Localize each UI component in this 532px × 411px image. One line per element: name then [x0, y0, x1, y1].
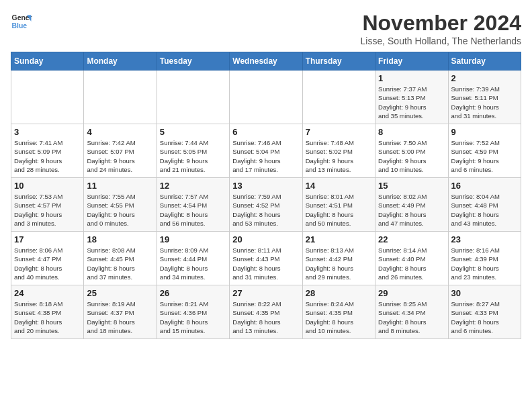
day-info: Sunrise: 8:16 AM Sunset: 4:39 PM Dayligh…: [451, 246, 518, 281]
calendar-cell: 5Sunrise: 7:44 AM Sunset: 5:05 PM Daylig…: [157, 124, 229, 178]
day-info: Sunrise: 8:25 AM Sunset: 4:34 PM Dayligh…: [378, 300, 445, 335]
calendar-cell: 17Sunrise: 8:06 AM Sunset: 4:47 PM Dayli…: [11, 232, 84, 285]
calendar-cell: [302, 71, 375, 124]
day-info: Sunrise: 8:13 AM Sunset: 4:42 PM Dayligh…: [306, 246, 372, 281]
calendar-header-cell: Friday: [375, 52, 448, 71]
calendar-cell: 10Sunrise: 7:53 AM Sunset: 4:57 PM Dayli…: [11, 178, 84, 232]
day-info: Sunrise: 7:41 AM Sunset: 5:09 PM Dayligh…: [14, 138, 81, 174]
calendar-cell: 7Sunrise: 7:48 AM Sunset: 5:02 PM Daylig…: [302, 124, 375, 178]
day-info: Sunrise: 8:14 AM Sunset: 4:40 PM Dayligh…: [378, 246, 445, 281]
calendar-week-row: 17Sunrise: 8:06 AM Sunset: 4:47 PM Dayli…: [11, 232, 521, 285]
day-info: Sunrise: 7:57 AM Sunset: 4:54 PM Dayligh…: [160, 192, 226, 228]
calendar-week-row: 10Sunrise: 7:53 AM Sunset: 4:57 PM Dayli…: [11, 178, 521, 232]
day-number: 6: [232, 127, 299, 137]
calendar-cell: 4Sunrise: 7:42 AM Sunset: 5:07 PM Daylig…: [84, 124, 157, 178]
calendar-cell: 25Sunrise: 8:19 AM Sunset: 4:37 PM Dayli…: [84, 285, 157, 339]
calendar-cell: 6Sunrise: 7:46 AM Sunset: 5:04 PM Daylig…: [230, 124, 302, 178]
calendar-header-row: SundayMondayTuesdayWednesdayThursdayFrid…: [11, 52, 521, 71]
day-info: Sunrise: 8:24 AM Sunset: 4:35 PM Dayligh…: [306, 300, 372, 335]
day-info: Sunrise: 7:48 AM Sunset: 5:02 PM Dayligh…: [306, 138, 372, 174]
day-info: Sunrise: 7:50 AM Sunset: 5:00 PM Dayligh…: [378, 138, 445, 174]
calendar-cell: [84, 71, 157, 124]
logo: General Blue: [11, 11, 32, 32]
calendar-cell: [230, 71, 302, 124]
day-number: 22: [378, 234, 445, 244]
calendar-header-cell: Wednesday: [230, 52, 302, 71]
day-number: 15: [378, 181, 445, 191]
day-number: 28: [306, 288, 372, 298]
day-number: 1: [378, 73, 445, 83]
calendar-cell: 8Sunrise: 7:50 AM Sunset: 5:00 PM Daylig…: [375, 124, 448, 178]
day-info: Sunrise: 8:22 AM Sunset: 4:35 PM Dayligh…: [232, 300, 299, 335]
day-info: Sunrise: 7:39 AM Sunset: 5:11 PM Dayligh…: [451, 85, 518, 120]
calendar-header-cell: Tuesday: [157, 52, 229, 71]
day-number: 2: [451, 73, 518, 83]
calendar-cell: 9Sunrise: 7:52 AM Sunset: 4:59 PM Daylig…: [448, 124, 521, 178]
calendar-cell: 22Sunrise: 8:14 AM Sunset: 4:40 PM Dayli…: [375, 232, 448, 285]
day-number: 26: [160, 288, 226, 298]
day-number: 10: [14, 181, 81, 191]
calendar-cell: 3Sunrise: 7:41 AM Sunset: 5:09 PM Daylig…: [11, 124, 84, 178]
day-info: Sunrise: 8:09 AM Sunset: 4:44 PM Dayligh…: [160, 246, 226, 281]
day-number: 9: [451, 127, 518, 137]
day-info: Sunrise: 8:19 AM Sunset: 4:37 PM Dayligh…: [87, 300, 153, 335]
calendar-cell: 29Sunrise: 8:25 AM Sunset: 4:34 PM Dayli…: [375, 285, 448, 339]
calendar-cell: 24Sunrise: 8:18 AM Sunset: 4:38 PM Dayli…: [11, 285, 84, 339]
calendar-cell: 18Sunrise: 8:08 AM Sunset: 4:45 PM Dayli…: [84, 232, 157, 285]
calendar-header-cell: Saturday: [448, 52, 521, 71]
calendar-header-cell: Thursday: [302, 52, 375, 71]
day-info: Sunrise: 7:37 AM Sunset: 5:13 PM Dayligh…: [378, 85, 445, 120]
day-info: Sunrise: 8:18 AM Sunset: 4:38 PM Dayligh…: [14, 300, 81, 335]
header: General Blue November 2024 Lisse, South …: [11, 11, 521, 46]
day-info: Sunrise: 7:55 AM Sunset: 4:55 PM Dayligh…: [87, 192, 153, 228]
day-number: 5: [160, 127, 226, 137]
day-number: 29: [378, 288, 445, 298]
day-info: Sunrise: 7:42 AM Sunset: 5:07 PM Dayligh…: [87, 138, 153, 174]
day-number: 14: [306, 181, 372, 191]
title-area: November 2024 Lisse, South Holland, The …: [361, 11, 521, 46]
day-number: 4: [87, 127, 153, 137]
day-number: 3: [14, 127, 81, 137]
day-number: 30: [451, 288, 518, 298]
location-title: Lisse, South Holland, The Netherlands: [361, 36, 521, 46]
logo-icon: General Blue: [11, 11, 32, 32]
calendar-week-row: 1Sunrise: 7:37 AM Sunset: 5:13 PM Daylig…: [11, 71, 521, 124]
calendar-header-cell: Sunday: [11, 52, 84, 71]
day-info: Sunrise: 8:27 AM Sunset: 4:33 PM Dayligh…: [451, 300, 518, 335]
calendar-week-row: 3Sunrise: 7:41 AM Sunset: 5:09 PM Daylig…: [11, 124, 521, 178]
calendar-cell: 20Sunrise: 8:11 AM Sunset: 4:43 PM Dayli…: [230, 232, 302, 285]
day-info: Sunrise: 8:01 AM Sunset: 4:51 PM Dayligh…: [306, 192, 372, 228]
calendar-cell: 1Sunrise: 7:37 AM Sunset: 5:13 PM Daylig…: [375, 71, 448, 124]
svg-text:Blue: Blue: [12, 22, 28, 30]
calendar-cell: 11Sunrise: 7:55 AM Sunset: 4:55 PM Dayli…: [84, 178, 157, 232]
calendar-cell: 28Sunrise: 8:24 AM Sunset: 4:35 PM Dayli…: [302, 285, 375, 339]
day-number: 17: [14, 234, 81, 244]
calendar-cell: 14Sunrise: 8:01 AM Sunset: 4:51 PM Dayli…: [302, 178, 375, 232]
day-info: Sunrise: 8:04 AM Sunset: 4:48 PM Dayligh…: [451, 192, 518, 228]
day-info: Sunrise: 7:59 AM Sunset: 4:52 PM Dayligh…: [232, 192, 299, 228]
day-info: Sunrise: 7:44 AM Sunset: 5:05 PM Dayligh…: [160, 138, 226, 174]
day-info: Sunrise: 8:06 AM Sunset: 4:47 PM Dayligh…: [14, 246, 81, 281]
calendar-week-row: 24Sunrise: 8:18 AM Sunset: 4:38 PM Dayli…: [11, 285, 521, 339]
calendar-cell: 26Sunrise: 8:21 AM Sunset: 4:36 PM Dayli…: [157, 285, 229, 339]
day-number: 19: [160, 234, 226, 244]
calendar-cell: 23Sunrise: 8:16 AM Sunset: 4:39 PM Dayli…: [448, 232, 521, 285]
day-info: Sunrise: 8:02 AM Sunset: 4:49 PM Dayligh…: [378, 192, 445, 228]
calendar-cell: 19Sunrise: 8:09 AM Sunset: 4:44 PM Dayli…: [157, 232, 229, 285]
day-number: 16: [451, 181, 518, 191]
calendar-cell: 30Sunrise: 8:27 AM Sunset: 4:33 PM Dayli…: [448, 285, 521, 339]
day-number: 8: [378, 127, 445, 137]
day-number: 27: [232, 288, 299, 298]
day-info: Sunrise: 7:46 AM Sunset: 5:04 PM Dayligh…: [232, 138, 299, 174]
day-info: Sunrise: 7:53 AM Sunset: 4:57 PM Dayligh…: [14, 192, 81, 228]
day-number: 7: [306, 127, 372, 137]
calendar-cell: 21Sunrise: 8:13 AM Sunset: 4:42 PM Dayli…: [302, 232, 375, 285]
calendar-cell: 27Sunrise: 8:22 AM Sunset: 4:35 PM Dayli…: [230, 285, 302, 339]
day-info: Sunrise: 8:21 AM Sunset: 4:36 PM Dayligh…: [160, 300, 226, 335]
calendar-table: SundayMondayTuesdayWednesdayThursdayFrid…: [11, 52, 521, 339]
day-number: 24: [14, 288, 81, 298]
day-number: 20: [232, 234, 299, 244]
calendar-cell: [157, 71, 229, 124]
day-number: 11: [87, 181, 153, 191]
calendar-cell: 15Sunrise: 8:02 AM Sunset: 4:49 PM Dayli…: [375, 178, 448, 232]
